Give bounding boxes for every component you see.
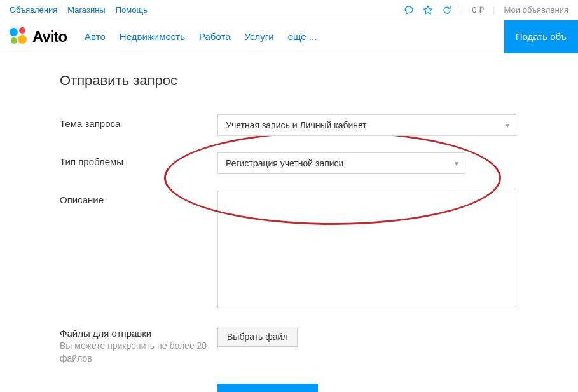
logo-icon (10, 27, 29, 46)
row-description: Описание (60, 191, 578, 310)
my-ads-link[interactable]: Мои объявления (504, 5, 568, 15)
refresh-icon[interactable] (442, 5, 452, 15)
chevron-down-icon: ▼ (453, 160, 460, 167)
post-ad-button[interactable]: Подать объ (504, 20, 578, 53)
topic-select[interactable]: Учетная запись и Личный кабинет ▼ (217, 114, 516, 136)
divider: | (461, 5, 463, 15)
label-description: Описание (60, 191, 217, 205)
row-problem: Тип проблемы Регистрация учетной записи … (60, 152, 578, 174)
submit-button[interactable]: Отправить запрос (217, 384, 318, 392)
label-problem: Тип проблемы (60, 152, 217, 167)
nav-jobs[interactable]: Работа (199, 31, 231, 42)
description-textarea[interactable] (217, 191, 516, 308)
topbar: Объявления Магазины Помощь | 0 ₽ | Мои о… (0, 0, 578, 20)
row-files: Файлы для отправки Вы можете прикрепить … (60, 327, 578, 365)
content: Отправить запрос Тема запроса Учетная за… (0, 53, 578, 392)
star-icon[interactable] (423, 5, 433, 15)
main-nav: Авто Недвижимость Работа Услуги ещё ... (85, 31, 504, 42)
topbar-link-shops[interactable]: Магазины (67, 5, 106, 15)
problem-select-value: Регистрация учетной записи (226, 158, 343, 168)
logo[interactable]: Avito (10, 27, 67, 46)
choose-file-button[interactable]: Выбрать файл (217, 327, 298, 347)
chevron-down-icon: ▼ (504, 122, 511, 129)
topbar-link-ads[interactable]: Объявления (10, 5, 57, 15)
logo-text: Avito (32, 28, 67, 46)
label-topic: Тема запроса (60, 114, 217, 129)
files-hint: Вы можете прикрепить не более 20 файлов (60, 340, 217, 365)
divider: | (493, 5, 495, 15)
topbar-right: | 0 ₽ | Мои объявления (404, 5, 568, 15)
row-topic: Тема запроса Учетная запись и Личный каб… (60, 114, 578, 136)
label-files: Файлы для отправки (60, 328, 217, 339)
nav-more[interactable]: ещё ... (288, 31, 317, 42)
problem-select[interactable]: Регистрация учетной записи ▼ (217, 152, 465, 174)
topbar-link-help[interactable]: Помощь (116, 5, 148, 15)
nav-services[interactable]: Услуги (245, 31, 274, 42)
row-submit: Отправить запрос (60, 384, 578, 392)
topic-select-value: Учетная запись и Личный кабинет (226, 120, 367, 130)
balance: 0 ₽ (472, 5, 484, 15)
topbar-links: Объявления Магазины Помощь (10, 5, 148, 15)
chat-icon[interactable] (404, 5, 414, 15)
nav-auto[interactable]: Авто (85, 31, 106, 42)
nav-realty[interactable]: Недвижимость (120, 31, 185, 42)
header: Avito Авто Недвижимость Работа Услуги ещ… (0, 20, 578, 53)
page-title: Отправить запрос (60, 72, 578, 89)
